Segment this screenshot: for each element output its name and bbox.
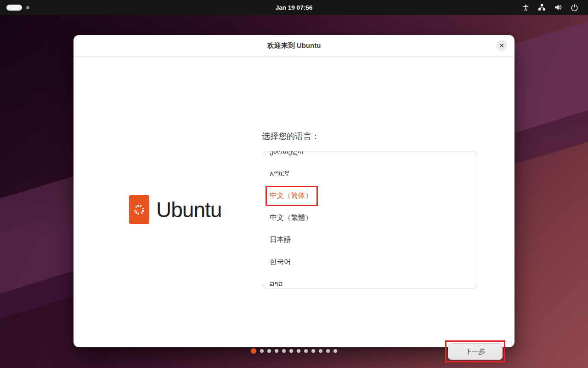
workspace-pill [6,5,22,11]
language-list-scroll: ქართული አማርኛ 中文（简体） 中文（繁體） 日本語 한국어 ລາວ [263,151,477,288]
language-item[interactable]: ქართული [263,151,477,162]
ubuntu-logo: Ubuntu [129,195,221,224]
pager-dot [267,349,271,353]
close-icon[interactable]: ✕ [496,40,507,51]
pager-dot [275,349,278,353]
pager-dot [297,349,300,353]
language-item[interactable]: አማርኛ [263,162,477,184]
pager-dot [319,349,322,353]
activities-indicator[interactable] [0,5,107,11]
system-status-area[interactable] [518,0,588,15]
wired-network-icon [534,0,550,15]
language-item[interactable]: ລາວ [263,273,477,288]
pager-dot [260,349,264,353]
dialog-title: 欢迎来到 Ubuntu [267,41,321,50]
volume-icon [550,0,566,15]
language-item[interactable]: 中文（繁體） [263,207,477,229]
pager-dot [326,349,330,353]
pager-dot-active [251,348,256,354]
top-bar: Jan 19 07:56 [0,0,588,15]
pager-dot [289,349,293,353]
ubuntu-logo-text: Ubuntu [156,197,221,222]
language-list[interactable]: ქართული አማርኛ 中文（简体） 中文（繁體） 日本語 한국어 ລາວ [263,151,477,288]
pager-dot [304,349,308,353]
dialog-body: 选择您的语言： Ubuntu ქართული አማርኛ 中文 [74,57,514,347]
language-item[interactable]: 한국어 [263,251,477,273]
dialog-titlebar[interactable]: 欢迎来到 Ubuntu ✕ [74,35,514,57]
pager-dot [334,349,337,353]
power-icon [566,0,582,15]
language-item[interactable]: 日本語 [263,229,477,251]
annotation-box-next-button [445,340,505,362]
workspace-dot [26,6,29,9]
welcome-dialog: 欢迎来到 Ubuntu ✕ 选择您的语言： Ubuntu ქ [74,35,514,347]
pager-dot [282,349,286,353]
language-prompt: 选择您的语言： [262,131,320,142]
ubuntu-logo-icon [129,195,149,224]
accessibility-icon [518,0,534,15]
annotation-box-selected-language [266,186,318,206]
pager-dot [311,349,315,353]
